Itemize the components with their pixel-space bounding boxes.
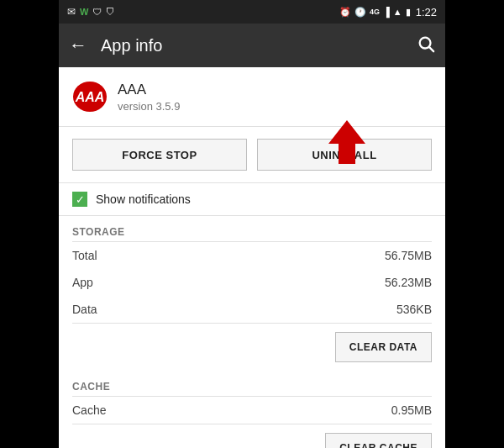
status-bar: ✉ W 🛡 ⛉ ⏰ 🕐 4G ▐ ▲ ▮ 1:22 [59, 0, 445, 24]
app-name: AAA [118, 82, 180, 98]
w-icon: W [80, 7, 88, 17]
toolbar: ← App info [59, 24, 445, 67]
cache-value: 0.95MB [391, 403, 432, 417]
status-icons-right: ⏰ 🕐 4G ▐ ▲ ▮ 1:22 [339, 6, 437, 18]
app-info-text: AAA version 3.5.9 [118, 82, 180, 113]
cache-row: Cache 0.95MB [59, 397, 445, 424]
app-logo: AAA [72, 79, 108, 114]
notifications-checkbox[interactable]: ✓ [72, 192, 87, 207]
search-button[interactable] [417, 34, 435, 57]
clear-data-btn-row: CLEAR DATA [59, 324, 445, 371]
app-header: AAA AAA version 3.5.9 [59, 67, 445, 127]
signal-bars-icon: ▐ [383, 7, 390, 17]
alarm-icon: ⏰ [339, 7, 351, 18]
status-icons-left: ✉ W 🛡 ⛉ [67, 6, 115, 18]
battery-icon: ▮ [406, 7, 411, 18]
storage-app-value: 56.23MB [385, 276, 432, 289]
storage-total-row: Total 56.75MB [59, 242, 445, 269]
force-stop-button[interactable]: FORCE STOP [72, 139, 247, 171]
shield2-icon: ⛉ [106, 7, 115, 17]
checkbox-checkmark: ✓ [76, 194, 85, 205]
email-icon: ✉ [67, 6, 76, 18]
uninstall-button[interactable]: UNINSTALL [257, 139, 432, 171]
lte-indicator: 4G [370, 8, 380, 16]
storage-data-label: Data [72, 303, 97, 316]
show-notifications-row: ✓ Show notifications [59, 183, 445, 216]
action-buttons-row: FORCE STOP UNINSTALL [59, 127, 445, 183]
content-area: AAA AAA version 3.5.9 FORCE STOP UNINSTA… [59, 67, 445, 448]
clear-cache-button[interactable]: CLEAR CACHE [325, 433, 432, 448]
cache-label: Cache [72, 403, 106, 417]
shield-icon: 🛡 [92, 7, 102, 17]
back-button[interactable]: ← [69, 34, 87, 56]
time-display: 1:22 [416, 6, 437, 18]
cache-section-header: CACHE [59, 371, 445, 396]
storage-section-header: STORAGE [59, 216, 445, 241]
page-title: App info [101, 36, 417, 55]
notifications-label: Show notifications [96, 192, 191, 206]
wifi-icon: ▲ [393, 7, 402, 17]
clock-icon: 🕐 [354, 7, 366, 18]
storage-data-row: Data 536KB [59, 296, 445, 323]
storage-total-value: 56.75MB [385, 249, 432, 262]
storage-app-label: App [72, 276, 93, 289]
clear-cache-btn-row: CLEAR CACHE [59, 424, 445, 448]
clear-data-button[interactable]: CLEAR DATA [335, 332, 432, 362]
svg-line-1 [429, 47, 433, 51]
storage-total-label: Total [72, 249, 97, 262]
svg-text:AAA: AAA [75, 90, 105, 104]
storage-data-value: 536KB [396, 303, 432, 316]
app-version: version 3.5.9 [118, 100, 180, 113]
storage-app-row: App 56.23MB [59, 269, 445, 296]
